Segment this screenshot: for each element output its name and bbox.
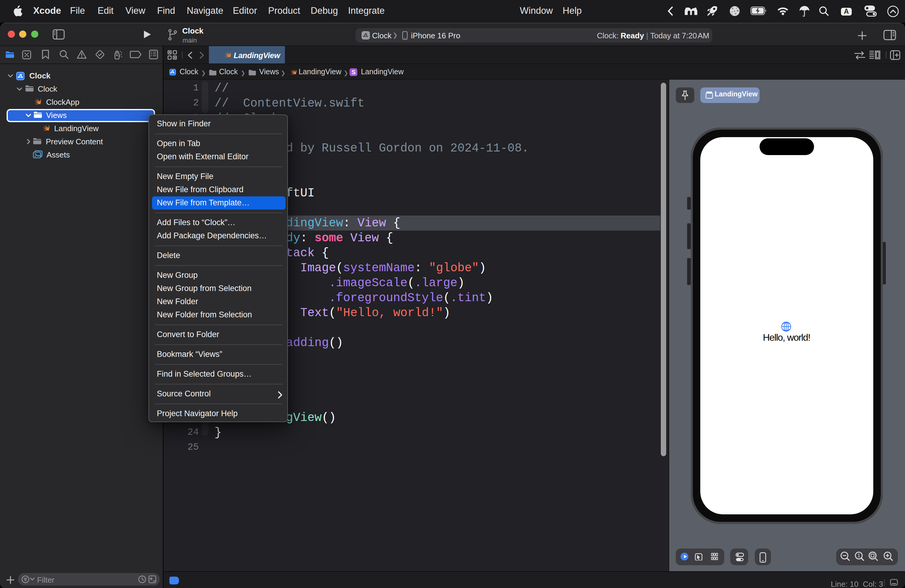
svg-text:1: 1	[857, 553, 860, 558]
